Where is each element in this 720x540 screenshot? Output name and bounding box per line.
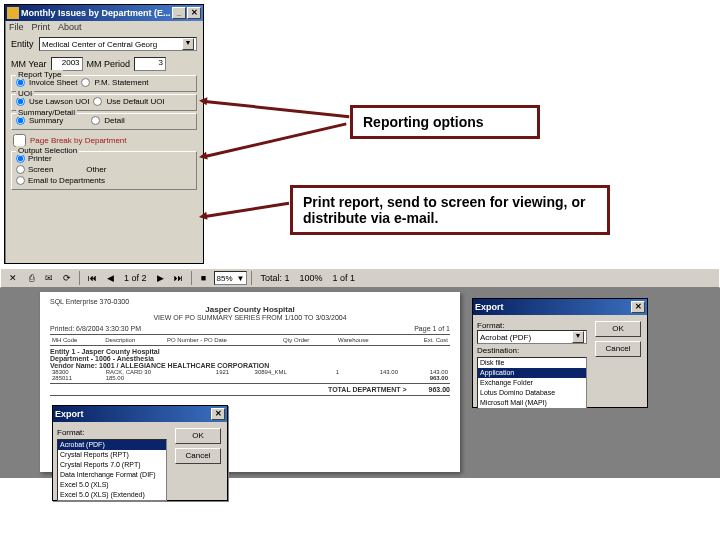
table-row: 285011 185.00 963.00: [50, 375, 450, 381]
list-item[interactable]: Excel 5.0 (XLS) (Extended): [58, 490, 166, 500]
label-use-default: Use Default UOI: [106, 97, 164, 106]
uoi-legend: UOI: [16, 89, 34, 98]
label-summary: Summary: [29, 116, 63, 125]
list-item[interactable]: Crystal Reports (RPT): [58, 450, 166, 460]
export-dialog-format: Export ✕ Format: Acrobat (PDF) Crystal R…: [52, 405, 228, 501]
radio-summary[interactable]: [16, 116, 25, 125]
radio-use-lawson-uoi[interactable]: [16, 97, 25, 106]
first-page-icon[interactable]: ⏮: [84, 270, 100, 286]
menu-bar: File Print About: [5, 21, 203, 33]
stop-icon[interactable]: ■: [196, 270, 212, 286]
radio-screen[interactable]: [16, 165, 25, 174]
label-invoice-sheet: Invoice Sheet: [29, 78, 77, 87]
export-dialog-destination: Export ✕ Format: Acrobat (PDF) ▼ Destina…: [472, 298, 648, 408]
arrow-icon: [205, 100, 350, 118]
label-use-lawson: Use Lawson UOI: [29, 97, 89, 106]
export2-titlebar[interactable]: Export ✕: [53, 406, 227, 422]
format-dropdown[interactable]: Acrobat (PDF) ▼: [477, 330, 587, 344]
report-options-dialog: Monthly Issues by Department (E... _ ✕ F…: [4, 4, 204, 264]
list-item[interactable]: Disk file: [478, 358, 586, 368]
export1-title: Export: [475, 302, 504, 312]
format-listbox[interactable]: Acrobat (PDF) Crystal Reports (RPT) Crys…: [57, 439, 167, 501]
radio-use-default-uoi[interactable]: [93, 97, 102, 106]
menu-about[interactable]: About: [58, 22, 82, 32]
list-item[interactable]: Lotus Domino Database: [478, 388, 586, 398]
dialog-title: Monthly Issues by Department (E...: [21, 8, 171, 18]
radio-pm-statement[interactable]: [81, 78, 90, 87]
ok-button[interactable]: OK: [595, 321, 641, 337]
chevron-down-icon[interactable]: ▼: [182, 38, 194, 50]
list-item[interactable]: Data Interchange Format (DIF): [58, 470, 166, 480]
output-selection-group: Output Selection Printer ScreenOther Ema…: [11, 151, 197, 190]
callout-print-send: Print report, send to screen for viewing…: [290, 185, 610, 235]
progress-label: 100%: [296, 273, 327, 283]
report-columns: MH Code Description PO Number - PO Date …: [50, 337, 450, 343]
list-item[interactable]: Excel 5.0 (XLS): [58, 480, 166, 490]
refresh-icon[interactable]: ⟳: [59, 270, 75, 286]
record-label: 1 of 1: [329, 273, 360, 283]
destination-listbox[interactable]: Disk file Application Exchange Folder Lo…: [477, 357, 587, 409]
total-dept-label: TOTAL DEPARTMENT >: [328, 386, 407, 393]
report-data: 38300 RACK, CARD 30 1921 30894_KML 1 143…: [50, 369, 450, 381]
radio-printer[interactable]: [16, 154, 25, 163]
print-icon[interactable]: ⎙: [23, 270, 39, 286]
mm-period-label: MM Period: [87, 59, 131, 69]
next-page-icon[interactable]: ▶: [153, 270, 169, 286]
radio-email[interactable]: [16, 176, 25, 185]
report-type-legend: Report Type: [16, 70, 63, 79]
export-icon[interactable]: ✉: [41, 270, 57, 286]
list-item[interactable]: Acrobat (PDF): [58, 440, 166, 450]
menu-print[interactable]: Print: [32, 22, 51, 32]
list-item[interactable]: Exchange Folder: [478, 378, 586, 388]
ok-button[interactable]: OK: [175, 428, 221, 444]
close-icon[interactable]: ✕: [211, 408, 225, 420]
label-screen: Screen: [28, 165, 53, 174]
radio-invoice-sheet[interactable]: [16, 78, 25, 87]
report-entity: Entity 1 - Jasper County Hospital: [50, 348, 450, 355]
last-page-icon[interactable]: ⏭: [171, 270, 187, 286]
label-email: Email to Departments: [28, 176, 105, 185]
mm-period-input[interactable]: 3: [134, 57, 166, 71]
list-item[interactable]: Microsoft Mail (MAPI): [478, 398, 586, 408]
callout-reporting-options: Reporting options: [350, 105, 540, 139]
total-label: Total: 1: [256, 273, 293, 283]
page-indicator: 1 of 2: [120, 273, 151, 283]
summary-detail-legend: Summary/Detail: [16, 108, 77, 117]
output-legend: Output Selection: [16, 146, 79, 155]
zoom-dropdown[interactable]: 85%▼: [214, 271, 248, 285]
report-title: Jasper County Hospital: [50, 305, 450, 314]
label-other: Other: [86, 165, 106, 174]
mm-year-input[interactable]: 2003: [51, 57, 83, 71]
entity-value: Medical Center of Central Georg: [42, 40, 157, 49]
total-dept-value: 963.00: [429, 386, 450, 393]
cancel-button[interactable]: Cancel: [175, 448, 221, 464]
close-icon[interactable]: ✕: [5, 270, 21, 286]
radio-detail[interactable]: [91, 116, 100, 125]
prev-page-icon[interactable]: ◀: [102, 270, 118, 286]
dialog-titlebar[interactable]: Monthly Issues by Department (E... _ ✕: [5, 5, 203, 21]
report-subtitle: VIEW OF PO SUMMARY SERIES FROM 1/100 TO …: [50, 314, 450, 321]
export2-title: Export: [55, 409, 84, 419]
app-icon: [7, 7, 19, 19]
report-vendor: Vendor Name: 1001 / ALLEGIANCE HEALTHCAR…: [50, 362, 450, 369]
entity-dropdown[interactable]: Medical Center of Central Georg ▼: [39, 37, 197, 51]
arrow-icon: [205, 122, 347, 158]
report-page-num: Page 1 of 1: [414, 325, 450, 332]
viewer-toolbar: ✕ ⎙ ✉ ⟳ ⏮ ◀ 1 of 2 ▶ ⏭ ■ 85%▼ Total: 1 1…: [0, 268, 720, 288]
menu-file[interactable]: File: [9, 22, 24, 32]
minimize-button[interactable]: _: [172, 7, 186, 19]
close-button[interactable]: ✕: [187, 7, 201, 19]
report-type-group: Report Type Invoice Sheet P.M. Statement: [11, 75, 197, 92]
list-item[interactable]: Application: [478, 368, 586, 378]
entity-label: Entity: [11, 39, 39, 49]
arrow-icon: [205, 202, 289, 218]
report-dept: Department - 1006 - Anesthesia: [50, 355, 450, 362]
summary-detail-group: Summary/Detail Summary Detail: [11, 113, 197, 130]
mm-year-label: MM Year: [11, 59, 47, 69]
list-item[interactable]: Crystal Reports 7.0 (RPT): [58, 460, 166, 470]
label-detail: Detail: [104, 116, 124, 125]
export1-titlebar[interactable]: Export ✕: [473, 299, 647, 315]
cancel-button[interactable]: Cancel: [595, 341, 641, 357]
chevron-down-icon[interactable]: ▼: [572, 331, 584, 343]
close-icon[interactable]: ✕: [631, 301, 645, 313]
